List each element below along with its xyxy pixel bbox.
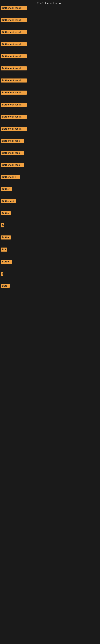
page-container: TheBottlenecker.com Bottleneck resultBot…: [0, 0, 100, 644]
bottleneck-row-19: B: [1, 224, 4, 228]
site-title: TheBottlenecker.com: [0, 0, 100, 6]
bottleneck-row-7: Bottleneck result: [1, 78, 27, 83]
bottleneck-row-16: Bottler: [1, 187, 12, 192]
bottleneck-row-8: Bottleneck result: [1, 90, 27, 96]
bottleneck-badge-10: Bottleneck result: [1, 115, 27, 119]
bottleneck-badge-9: Bottleneck result: [1, 103, 27, 107]
bottleneck-row-20: Bottle: [1, 236, 11, 240]
bottleneck-row-6: Bottleneck result: [1, 66, 27, 71]
bottleneck-row-22: Bottlen: [1, 260, 12, 264]
bottleneck-badge-22: Bottlen: [1, 260, 12, 264]
bottleneck-badge-20: Bottle: [1, 236, 11, 240]
bottleneck-badge-24: Bottl: [1, 284, 10, 288]
bottleneck-badge-6: Bottleneck result: [1, 66, 27, 70]
bottleneck-badge-2: Bottleneck result: [1, 18, 27, 22]
bottleneck-badge-12: Bottleneck resu: [1, 139, 24, 143]
bottleneck-row-2: Bottleneck result: [1, 18, 27, 23]
bottleneck-row-1: Bottleneck result: [1, 6, 27, 11]
bottleneck-badge-21: Bot: [1, 248, 7, 252]
bottleneck-badge-7: Bottleneck result: [1, 78, 27, 82]
bottleneck-badge-15: Bottleneck r: [1, 175, 20, 179]
bottleneck-badge-8: Bottleneck result: [1, 90, 27, 94]
bottleneck-badge-1: Bottleneck result: [1, 6, 27, 10]
bottleneck-badge-5: Bottleneck result: [1, 54, 27, 58]
bottleneck-row-12: Bottleneck resu: [1, 139, 24, 144]
bottleneck-badge-18: Bottle: [1, 211, 11, 215]
bottleneck-badge-13: Bottleneck resu: [1, 151, 24, 155]
bottleneck-row-13: Bottleneck resu: [1, 151, 24, 156]
bottleneck-badge-23: I: [1, 272, 3, 276]
bottleneck-row-21: Bot: [1, 248, 7, 252]
bottleneck-row-11: Bottleneck result: [1, 127, 27, 132]
bottleneck-row-9: Bottleneck result: [1, 103, 27, 108]
bottleneck-row-24: Bottl: [1, 284, 10, 288]
bottleneck-badge-19: B: [1, 224, 4, 228]
bottleneck-row-14: Bottleneck resu: [1, 163, 24, 168]
bottleneck-row-23: I: [1, 272, 3, 276]
bottleneck-badge-14: Bottleneck resu: [1, 163, 24, 167]
bottleneck-row-17: Bottleneck: [1, 199, 16, 204]
bottleneck-row-5: Bottleneck result: [1, 54, 27, 59]
bottleneck-badge-3: Bottleneck result: [1, 30, 27, 34]
bottleneck-row-3: Bottleneck result: [1, 30, 27, 35]
bottleneck-row-15: Bottleneck r: [1, 175, 20, 180]
bottleneck-badge-4: Bottleneck result: [1, 42, 27, 46]
bottleneck-row-10: Bottleneck result: [1, 115, 27, 120]
bottleneck-badge-16: Bottler: [1, 187, 12, 191]
bottleneck-badge-11: Bottleneck result: [1, 127, 27, 131]
bottleneck-row-18: Bottle: [1, 211, 11, 216]
bottleneck-row-4: Bottleneck result: [1, 42, 27, 47]
bottleneck-badge-17: Bottleneck: [1, 199, 16, 203]
